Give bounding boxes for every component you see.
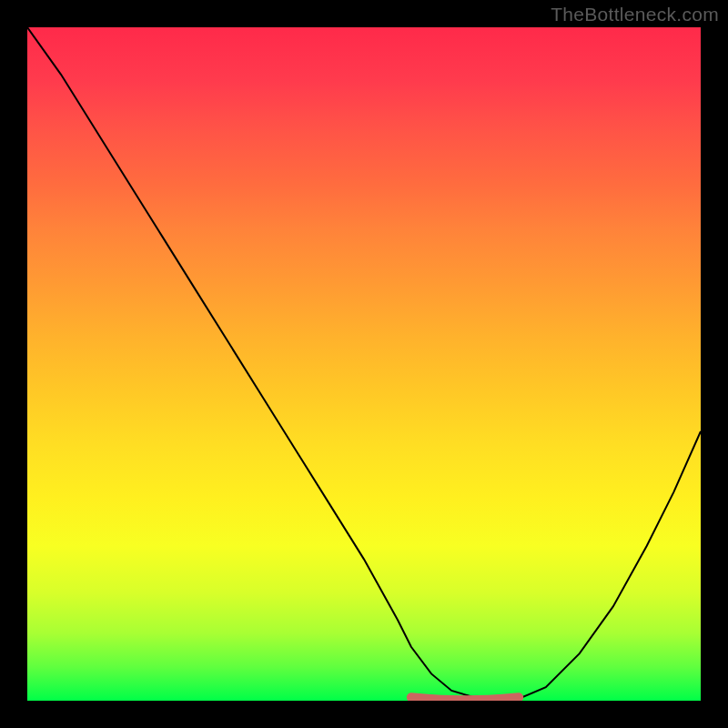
chart-svg <box>27 27 701 701</box>
watermark-text: TheBottleneck.com <box>551 4 719 25</box>
bottleneck-curve-path <box>27 27 701 700</box>
chart-plot-area <box>27 27 701 701</box>
minimum-marker <box>411 697 519 700</box>
